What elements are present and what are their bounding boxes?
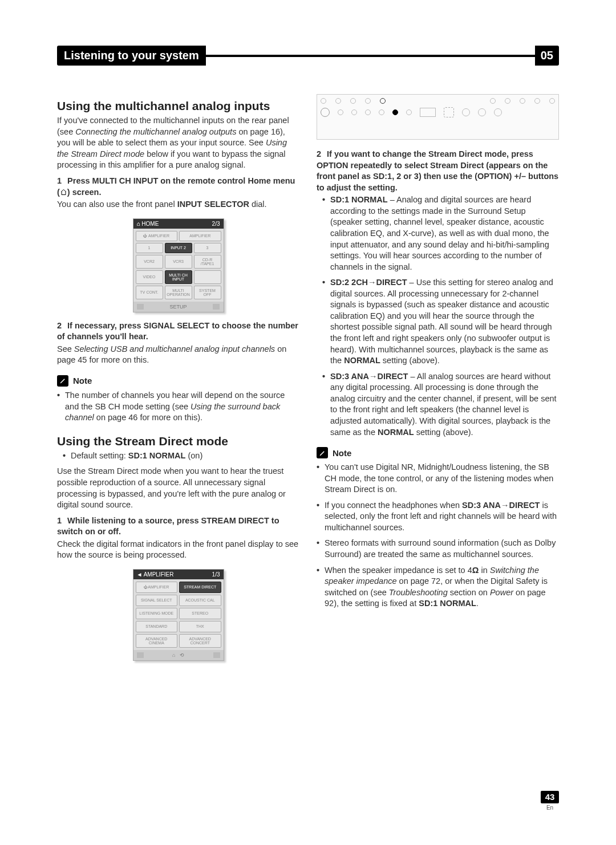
- sd-step-1-sub: Check the digital format indicators in t…: [57, 539, 299, 561]
- chapter-header: Listening to your system 05: [57, 46, 559, 66]
- home-icon: [60, 187, 67, 198]
- note-heading-left: Note: [57, 375, 299, 387]
- note-heading-right: Note: [317, 447, 559, 458]
- step-2-multi: 2If necessary, press SIGNAL SELECT to ch…: [57, 320, 299, 343]
- default-setting: Default setting: SD:1 NORMAL (on): [71, 450, 299, 462]
- right-column: 2If you want to change the Stream Direct…: [317, 94, 559, 669]
- sd-step-2: 2If you want to change the Stream Direct…: [317, 149, 559, 193]
- step-2-sub: See Selecting USB and multichannel analo…: [57, 344, 299, 366]
- sd2-item: SD:2 2CH→DIRECT – Use this setting for s…: [330, 277, 559, 367]
- pencil-icon: [317, 447, 328, 458]
- multichannel-intro: If you've connected to the multichannel …: [57, 115, 299, 171]
- note-list-left: The number of channels you hear will dep…: [57, 390, 299, 424]
- figure-home-menu: ⌂ HOME 2/3 ⏻ AMPLIFIER AMPLIFIER 1 INPUT…: [133, 218, 224, 312]
- page-number: 43 En: [541, 791, 559, 811]
- step-1-multi: 1Press MULTI CH INPUT on the remote cont…: [57, 176, 299, 198]
- heading-multichannel: Using the multichannel analog inputs: [57, 99, 299, 113]
- left-column: Using the multichannel analog inputs If …: [57, 94, 299, 669]
- note-list-right: You can't use Digital NR, Midnight/Loudn…: [317, 462, 559, 610]
- figure-front-panel: [317, 94, 559, 140]
- heading-stream-direct: Using the Stream Direct mode: [57, 434, 299, 448]
- sd1-item: SD:1 NORMAL – Analog and digital sources…: [330, 194, 559, 273]
- sd-step-1: 1While listening to a source, press STRE…: [57, 515, 299, 538]
- sd-intro: Use the Stream Direct mode when you want…: [57, 466, 299, 510]
- pencil-icon: [57, 375, 68, 387]
- step-1-sub: You can also use the front panel INPUT S…: [57, 199, 299, 210]
- chapter-number: 05: [535, 46, 559, 66]
- sd-modes-list: SD:1 NORMAL – Analog and digital sources…: [322, 194, 559, 438]
- header-rule: [206, 55, 535, 57]
- sd3-item: SD:3 ANA→DIRECT – All analog sources are…: [330, 371, 559, 438]
- figure-amplifier-menu: ◄ AMPLIFIER 1/3 ⏻AMPLIFIER STREAM DIRECT…: [133, 569, 224, 661]
- chapter-title: Listening to your system: [57, 46, 206, 66]
